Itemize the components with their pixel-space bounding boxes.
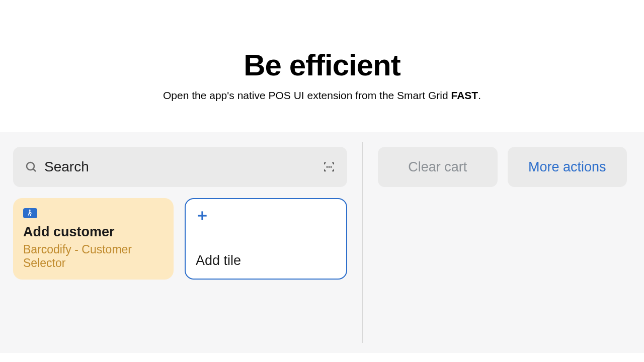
clear-cart-button[interactable]: Clear cart (378, 147, 498, 187)
svg-point-5 (29, 210, 31, 211)
subtitle-prefix: Open the app's native POS UI extension f… (163, 89, 451, 101)
svg-rect-4 (331, 166, 332, 168)
customer-tile-subtitle: Barcodify - Customer Selector (23, 243, 164, 269)
customer-tile-title: Add customer (23, 224, 164, 240)
person-walking-icon (26, 209, 35, 218)
svg-point-0 (27, 162, 34, 170)
page-title: Be efficient (0, 48, 644, 82)
header-section: Be efficient Open the app's native POS U… (0, 0, 644, 132)
add-tile-label: Add tile (196, 253, 336, 268)
more-actions-button[interactable]: More actions (508, 147, 627, 187)
plus-icon (196, 209, 209, 222)
add-tile-button[interactable]: Add tile (185, 198, 347, 280)
search-bar[interactable]: Search (13, 147, 347, 187)
subtitle-suffix: . (478, 89, 481, 101)
svg-line-1 (33, 169, 36, 171)
subtitle-bold: FAST (451, 89, 478, 101)
svg-rect-3 (329, 166, 330, 168)
svg-rect-2 (327, 166, 328, 168)
search-placeholder: Search (44, 159, 316, 175)
search-icon (25, 161, 37, 173)
left-panel: Search Add cust (0, 147, 362, 353)
page-subtitle: Open the app's native POS UI extension f… (0, 89, 644, 102)
customer-icon-box (23, 208, 37, 218)
add-customer-tile[interactable]: Add customer Barcodify - Customer Select… (13, 198, 174, 280)
barcode-scan-icon[interactable] (323, 161, 335, 173)
tiles-row: Add customer Barcodify - Customer Select… (13, 198, 347, 280)
right-panel: Clear cart More actions (363, 147, 644, 353)
app-panel: Search Add cust (0, 132, 644, 353)
